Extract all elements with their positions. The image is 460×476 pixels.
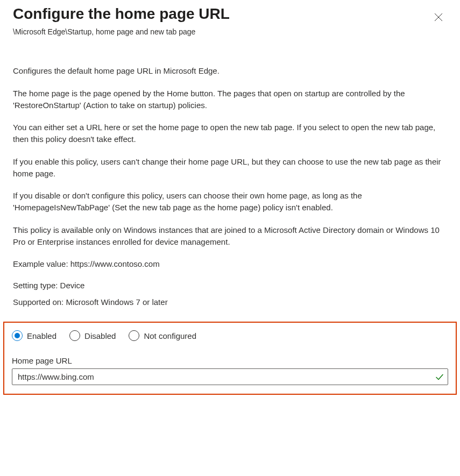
close-button[interactable]	[430, 9, 447, 27]
setting-type: Setting type: Device	[13, 281, 447, 290]
state-radio-group: Enabled Disabled Not configured	[12, 330, 448, 341]
description-paragraph: The home page is the page opened by the …	[13, 88, 447, 111]
breadcrumb: \Microsoft Edge\Startup, home page and n…	[0, 27, 460, 38]
example-value: Example value: https://www.contoso.com	[13, 258, 447, 270]
description-paragraph: You can either set a URL here or set the…	[13, 122, 447, 145]
radio-icon	[12, 330, 23, 341]
configuration-section: Enabled Disabled Not configured Home pag…	[3, 322, 457, 395]
radio-label: Enabled	[27, 331, 56, 340]
close-icon	[434, 13, 443, 23]
description-paragraph: Configures the default home page URL in …	[13, 65, 447, 77]
home-page-url-label: Home page URL	[12, 356, 448, 365]
checkmark-icon	[435, 373, 444, 381]
description-paragraph: This policy is available only on Windows…	[13, 224, 447, 248]
radio-not-configured[interactable]: Not configured	[129, 330, 196, 341]
home-page-url-input[interactable]	[12, 368, 448, 385]
supported-on: Supported on: Microsoft Windows 7 or lat…	[13, 297, 447, 307]
radio-label: Not configured	[144, 331, 196, 340]
radio-label: Disabled	[84, 331, 116, 340]
description-paragraph: If you enable this policy, users can't c…	[13, 156, 447, 180]
page-title: Configure the home page URL	[13, 5, 230, 23]
radio-disabled[interactable]: Disabled	[69, 330, 116, 341]
policy-description: Configures the default home page URL in …	[13, 65, 447, 270]
radio-icon	[69, 330, 80, 341]
description-paragraph: If you disable or don't configure this p…	[13, 190, 447, 214]
radio-enabled[interactable]: Enabled	[12, 330, 56, 341]
radio-icon	[129, 330, 139, 341]
input-wrapper	[12, 368, 448, 385]
